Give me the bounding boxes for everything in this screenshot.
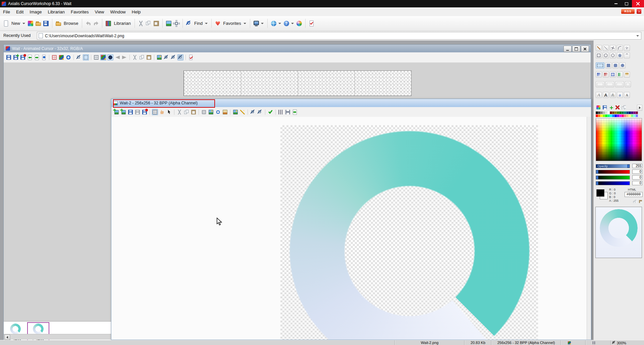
web-dropdown-icon[interactable] [278, 23, 281, 26]
menu-file[interactable]: File [0, 8, 13, 16]
copy-button[interactable] [145, 20, 152, 27]
gradient-fill-button-5[interactable] [624, 71, 630, 78]
favorites-dropdown-icon[interactable] [244, 23, 246, 26]
palette-swatch[interactable] [633, 114, 636, 117]
menu-edit[interactable]: Edit [13, 8, 26, 16]
duplicate-image-button[interactable] [120, 109, 126, 115]
red-slider[interactable] [596, 170, 630, 174]
save-button[interactable] [6, 54, 12, 60]
zoom-select-button[interactable] [76, 54, 82, 60]
frame-format-button[interactable] [58, 54, 64, 60]
frame-strip-editor[interactable] [183, 70, 412, 96]
polyline-tool-button[interactable] [610, 45, 616, 51]
validate-button[interactable] [308, 20, 315, 27]
menu-window[interactable]: Window [107, 8, 129, 16]
gradient-fill-button-3[interactable] [610, 71, 616, 78]
palette-swatch[interactable] [612, 114, 614, 117]
zoom-out-button[interactable] [257, 109, 263, 115]
print-button[interactable] [285, 109, 291, 115]
menu-help[interactable]: Help [129, 8, 144, 16]
filled-rect-tool-button[interactable] [605, 62, 611, 68]
filled-ellipse-tool-button[interactable] [620, 62, 626, 68]
new-dropdown-icon[interactable] [22, 23, 25, 26]
checker-toggle-button[interactable] [100, 54, 106, 60]
selection-tool-button[interactable] [596, 62, 604, 68]
palette-swatch[interactable] [605, 114, 607, 117]
apply-button[interactable] [267, 109, 273, 115]
export-button[interactable] [292, 109, 298, 115]
text-tool-outline-icon[interactable] [610, 92, 616, 98]
palette-swatch[interactable] [636, 114, 638, 117]
palette-swatch[interactable] [598, 111, 600, 114]
cursor-info-button[interactable] [41, 54, 47, 60]
paste-color-button[interactable] [638, 199, 643, 204]
gradient-fill-button-2[interactable] [603, 71, 609, 78]
help-button[interactable] [283, 20, 290, 27]
palette-swatch[interactable] [636, 111, 638, 114]
save-image-button[interactable] [127, 109, 133, 115]
palette-swatch[interactable] [596, 114, 598, 117]
import-frame-button[interactable] [27, 54, 33, 60]
color-gradient-field[interactable] [596, 118, 642, 161]
blue-value[interactable]: 0 [632, 181, 642, 185]
window1-titlebar[interactable]: Wait - Animated Cursor - 32x32, RGB/A [4, 45, 591, 52]
remove-frame-button[interactable] [51, 54, 57, 60]
palette-swatch[interactable] [605, 111, 607, 114]
blue-slider[interactable] [596, 181, 630, 185]
spray-tool-button[interactable] [624, 45, 630, 51]
grid-toggle-button[interactable] [152, 109, 158, 115]
librarian-button[interactable]: Librarian [114, 21, 131, 26]
export-image-button[interactable] [142, 109, 148, 115]
cut-button[interactable] [132, 54, 138, 60]
web-button[interactable] [270, 20, 277, 27]
find-dropdown-icon[interactable] [205, 23, 208, 26]
cut-button[interactable] [176, 109, 182, 115]
palette-swatch[interactable] [607, 111, 610, 114]
palette-swatch[interactable] [622, 114, 624, 117]
menu-librarian[interactable]: Librarian [45, 8, 68, 16]
palette-swatch[interactable] [617, 114, 619, 117]
redo-button[interactable] [93, 20, 99, 27]
find-button[interactable]: Find [194, 21, 203, 26]
magic-wand-button[interactable] [239, 109, 246, 115]
zoom-in-button[interactable] [163, 54, 169, 60]
palette-swatch[interactable] [603, 111, 605, 114]
palette-copy-button[interactable] [621, 105, 627, 110]
browse-icon[interactable] [55, 20, 62, 27]
undo-button[interactable] [85, 20, 92, 27]
recent-file-combobox[interactable]: C:\Users\mouse\Downloads\Wait\Wait-2.png [37, 32, 641, 40]
new-from-image-button[interactable] [27, 20, 34, 27]
favorites-button[interactable]: Favorites [223, 21, 241, 26]
pencil-tool-button[interactable] [596, 45, 602, 51]
style-button-1[interactable] [596, 81, 604, 87]
new-image-button[interactable] [113, 109, 119, 115]
window1-close-button[interactable] [581, 46, 589, 52]
palette-swatch[interactable] [610, 111, 612, 114]
palette-swatch[interactable] [629, 114, 631, 117]
blue-slider-thumb[interactable] [596, 182, 598, 185]
palette-swatch[interactable] [619, 111, 622, 114]
palette-swatch[interactable] [614, 111, 617, 114]
palette-swatch[interactable] [633, 111, 636, 114]
gradient-fill-button-4[interactable] [617, 71, 623, 78]
export-frame-button[interactable] [34, 54, 40, 60]
minimize-button[interactable] [610, 0, 621, 7]
color-depth-button[interactable] [156, 54, 162, 60]
menu-image[interactable]: Image [26, 8, 45, 16]
red-value[interactable]: 0 [632, 169, 642, 174]
palette-swatch[interactable] [596, 111, 598, 114]
favorites-icon[interactable] [214, 20, 221, 27]
style-button-2[interactable] [605, 81, 614, 87]
palette-swatch[interactable] [612, 111, 614, 114]
palette-swatch[interactable] [600, 114, 603, 117]
palette-swatch[interactable] [631, 111, 633, 114]
options-button[interactable] [173, 20, 180, 27]
effects-button[interactable] [222, 109, 228, 115]
text-tool-small-icon[interactable] [624, 92, 630, 98]
arc-tool-button[interactable] [624, 52, 630, 58]
new-button[interactable]: New [11, 21, 20, 26]
next-frame-button[interactable] [121, 54, 127, 60]
display-dropdown-icon[interactable] [261, 23, 264, 26]
resize-button[interactable] [201, 109, 207, 115]
palette-swatch[interactable] [624, 111, 626, 114]
